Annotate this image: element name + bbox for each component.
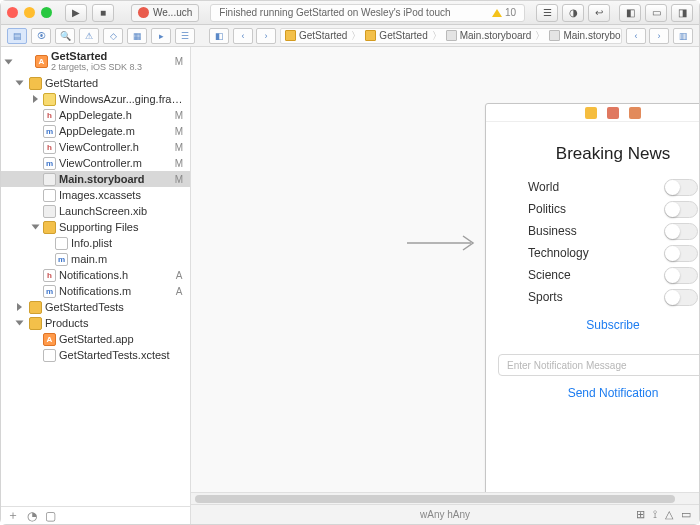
category-label[interactable]: Politics — [528, 202, 566, 216]
category-label[interactable]: Sports — [528, 290, 563, 304]
filter-recent-button[interactable]: ◔ — [27, 509, 37, 523]
disclosure-triangle-icon[interactable] — [32, 225, 40, 230]
project-title[interactable]: GetStarted — [51, 50, 142, 62]
symbol-navigator-tab[interactable]: ⦿ — [31, 28, 51, 44]
stop-button[interactable]: ■ — [92, 4, 114, 22]
implementation-file-icon: m — [43, 157, 56, 170]
view-controller-scene[interactable]: Breaking News WorldPoliticsBusinessTechn… — [485, 103, 699, 492]
storyboard-icon — [446, 30, 457, 41]
titlebar: ▶ ■ We...uch Finished running GetStarted… — [1, 1, 699, 25]
tree-item[interactable]: hAppDelegate.hM — [1, 107, 190, 123]
category-switch[interactable] — [664, 223, 698, 240]
toggle-navigator-button[interactable]: ◧ — [619, 4, 641, 22]
related-items-button[interactable]: ◧ — [209, 28, 229, 44]
tree-item[interactable]: mAppDelegate.mM — [1, 123, 190, 139]
disclosure-triangle-icon[interactable] — [16, 321, 24, 326]
debug-navigator-tab[interactable]: ▦ — [127, 28, 147, 44]
report-navigator-tab[interactable]: ☰ — [175, 28, 195, 44]
project-navigator-tab[interactable]: ▤ — [7, 28, 27, 44]
toggle-utilities-button[interactable]: ◨ — [671, 4, 693, 22]
editor-mode-standard[interactable]: ☰ — [536, 4, 558, 22]
disclosure-triangle-icon[interactable] — [17, 303, 22, 311]
tree-item[interactable]: Images.xcassets — [1, 187, 190, 203]
issues-indicator[interactable]: 10 — [492, 7, 516, 18]
jumpbar-back-button[interactable]: ‹ — [233, 28, 253, 44]
tree-item[interactable]: hViewController.hM — [1, 139, 190, 155]
resizing-behavior-button[interactable]: ▭ — [681, 508, 691, 521]
disclosure-triangle-icon[interactable] — [33, 95, 38, 103]
find-navigator-tab[interactable]: 🔍 — [55, 28, 75, 44]
notification-message-field[interactable]: Enter Notification Message — [498, 354, 699, 376]
placeholder-text: Enter Notification Message — [507, 360, 627, 371]
tree-group[interactable]: Products — [1, 315, 190, 331]
disclosure-triangle-icon[interactable] — [16, 81, 24, 86]
scm-status: M — [172, 56, 186, 67]
exit-icon[interactable] — [629, 107, 641, 119]
plist-file-icon — [55, 237, 68, 250]
switch-knob — [665, 224, 680, 239]
tree-group[interactable]: GetStarted — [1, 75, 190, 91]
size-class-indicator[interactable]: wAny hAny — [420, 509, 470, 520]
jumpbar-forward-button[interactable]: › — [256, 28, 276, 44]
tree-item[interactable]: hNotifications.hA — [1, 267, 190, 283]
category-label[interactable]: World — [528, 180, 559, 194]
scene-dock[interactable] — [486, 104, 699, 122]
view-controller-icon[interactable] — [585, 107, 597, 119]
issue-navigator-tab[interactable]: ⚠ — [79, 28, 99, 44]
scrollbar-thumb[interactable] — [195, 495, 675, 503]
prev-file-button[interactable]: ‹ — [626, 28, 646, 44]
send-notification-button[interactable]: Send Notification — [486, 386, 699, 400]
category-label[interactable]: Business — [528, 224, 577, 238]
test-navigator-tab[interactable]: ◇ — [103, 28, 123, 44]
app-product-icon: A — [43, 333, 56, 346]
category-label[interactable]: Science — [528, 268, 571, 282]
canvas-scroll-area[interactable]: Breaking News WorldPoliticsBusinessTechn… — [191, 47, 699, 492]
category-label[interactable]: Technology — [528, 246, 589, 260]
category-switch[interactable] — [664, 179, 698, 196]
horizontal-scrollbar[interactable] — [191, 492, 699, 504]
tree-item[interactable]: mViewController.mM — [1, 155, 190, 171]
tree-item[interactable]: Info.plist — [1, 235, 190, 251]
resolve-issues-button[interactable]: △ — [665, 508, 673, 521]
first-responder-icon[interactable] — [607, 107, 619, 119]
pin-tool-button[interactable]: ⟟ — [653, 508, 657, 521]
interface-builder-canvas: Breaking News WorldPoliticsBusinessTechn… — [191, 47, 699, 524]
folder-icon — [29, 301, 42, 314]
jump-bar[interactable]: GetStarted 〉 GetStarted 〉 Main.storyboar… — [280, 28, 622, 44]
tree-group[interactable]: Supporting Files — [1, 219, 190, 235]
category-switch[interactable] — [664, 201, 698, 218]
run-button[interactable]: ▶ — [65, 4, 87, 22]
heading-label[interactable]: Breaking News — [486, 144, 699, 164]
breakpoint-navigator-tab[interactable]: ▸ — [151, 28, 171, 44]
minimize-window-button[interactable] — [24, 7, 35, 18]
initial-view-controller-arrow[interactable] — [407, 233, 479, 257]
tree-item[interactable]: mNotifications.mA — [1, 283, 190, 299]
disclosure-triangle-icon[interactable] — [5, 60, 13, 65]
project-icon — [285, 30, 296, 41]
tree-item[interactable]: GetStartedTests.xctest — [1, 347, 190, 363]
scheme-selector[interactable]: We...uch — [131, 4, 199, 22]
close-window-button[interactable] — [7, 7, 18, 18]
category-switch[interactable] — [664, 289, 698, 306]
editor-mode-assistant[interactable]: ◑ — [562, 4, 584, 22]
tree-item[interactable]: WindowsAzur...ging.framework — [1, 91, 190, 107]
editor-mode-version[interactable]: ↩ — [588, 4, 610, 22]
category-switch[interactable] — [664, 267, 698, 284]
tree-item[interactable]: AGetStarted.app — [1, 331, 190, 347]
switch-knob — [665, 246, 680, 261]
framework-icon — [43, 93, 56, 106]
category-switch[interactable] — [664, 245, 698, 262]
zoom-window-button[interactable] — [41, 7, 52, 18]
subscribe-button[interactable]: Subscribe — [486, 318, 699, 332]
category-row: Business — [528, 220, 698, 242]
toggle-debug-area-button[interactable]: ▭ — [645, 4, 667, 22]
document-outline-toggle[interactable]: ▥ — [673, 28, 693, 44]
align-tool-button[interactable]: ⊞ — [636, 508, 645, 521]
tree-item-selected[interactable]: Main.storyboardM — [1, 171, 190, 187]
next-file-button[interactable]: › — [649, 28, 669, 44]
add-button[interactable]: ＋ — [7, 507, 19, 524]
tree-item[interactable]: mmain.m — [1, 251, 190, 267]
filter-scm-button[interactable]: ▢ — [45, 509, 56, 523]
tree-item[interactable]: LaunchScreen.xib — [1, 203, 190, 219]
tree-group[interactable]: GetStartedTests — [1, 299, 190, 315]
